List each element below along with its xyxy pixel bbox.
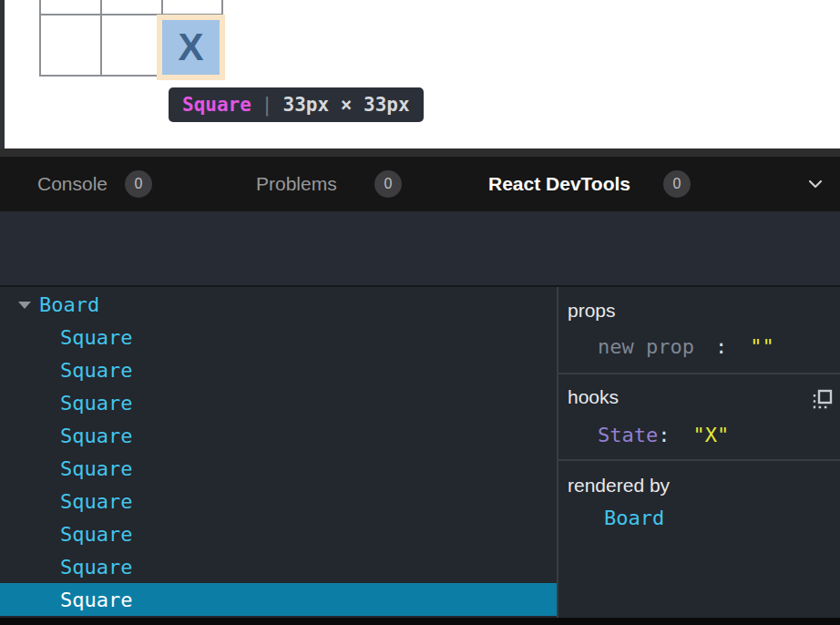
window-bottom-edge [0, 618, 840, 625]
devtools-tab-bar: Console 0 Problems 0 React DevTools 0 [0, 157, 840, 211]
tree-item-square[interactable]: Square [0, 386, 558, 419]
tree-item-label: Square [60, 425, 132, 447]
hook-state-row[interactable]: State : "X" [598, 424, 729, 446]
react-devtools-count-badge: 0 [663, 170, 691, 198]
square-cell[interactable]: X [162, 20, 220, 75]
new-prop-name[interactable]: new prop [598, 335, 694, 358]
tree-item-label: Square [60, 457, 132, 480]
grid-line [39, 0, 41, 77]
section-divider [558, 459, 840, 461]
tree-item-label: Square [60, 490, 132, 513]
tree-item-square[interactable]: Square [0, 550, 558, 583]
grid-line [100, 0, 102, 77]
inspect-tooltip: Square | 33px × 33px [169, 87, 424, 122]
tab-problems[interactable]: Problems [256, 157, 337, 211]
tree-item-label: Square [60, 392, 132, 415]
tree-item-label: Square [60, 556, 132, 579]
new-prop-row[interactable]: new prop : "" [598, 335, 774, 358]
colon: : [658, 424, 670, 446]
tree-item-label: Square [60, 359, 132, 382]
section-divider [558, 373, 840, 374]
rendered-by-section-title: rendered by [568, 475, 670, 497]
component-details-panel: props new prop : "" hooks State : "X" re… [558, 287, 840, 618]
devtools-window: X Square | 33px × 33px Console 0 Problem… [0, 0, 840, 625]
tree-item-label: Board [39, 293, 99, 316]
tree-item-label: Square [60, 523, 132, 546]
collapse-arrow-icon[interactable] [18, 302, 31, 309]
console-count-badge: 0 [125, 170, 152, 198]
chevron-down-icon[interactable] [804, 172, 827, 196]
inspected-page-area: X Square | 33px × 33px [0, 0, 840, 149]
tooltip-separator: | [261, 94, 273, 116]
tree-item-square[interactable]: Square [0, 517, 558, 550]
problems-count-badge: 0 [374, 170, 402, 198]
square-cell-value: X [178, 26, 203, 69]
tree-item-square[interactable]: Square [0, 419, 558, 452]
colon: : [715, 335, 727, 358]
tab-console[interactable]: Console [37, 157, 108, 211]
parse-hook-names-icon[interactable] [811, 388, 835, 412]
hook-value[interactable]: "X" [692, 424, 729, 446]
react-devtools-toolbar: Square [0, 211, 840, 285]
tree-item-square[interactable]: Square [0, 321, 558, 353]
tree-item-square[interactable]: Square [0, 353, 558, 386]
devtools-resize-handle[interactable] [0, 149, 840, 157]
tree-item-board[interactable]: Board [0, 288, 558, 321]
tree-item-square[interactable]: Square [0, 485, 558, 517]
hooks-section-title: hooks [568, 386, 619, 408]
rendered-by-owner-link[interactable]: Board [604, 507, 664, 529]
props-section-title: props [568, 300, 616, 322]
tooltip-dimensions: 33px × 33px [283, 94, 410, 116]
tooltip-component-name: Square [182, 94, 251, 116]
tree-item-label: Square [60, 326, 132, 349]
tree-item-label: Square [60, 589, 132, 611]
tab-react-devtools[interactable]: React DevTools [488, 157, 630, 211]
new-prop-value[interactable]: "" [750, 335, 774, 358]
component-tree: Board Square Square Square Square Square… [0, 287, 558, 618]
tree-item-square-selected[interactable]: Square [0, 583, 558, 616]
hook-name: State [598, 424, 658, 446]
window-left-edge [0, 0, 5, 149]
tree-item-square[interactable]: Square [0, 452, 558, 485]
